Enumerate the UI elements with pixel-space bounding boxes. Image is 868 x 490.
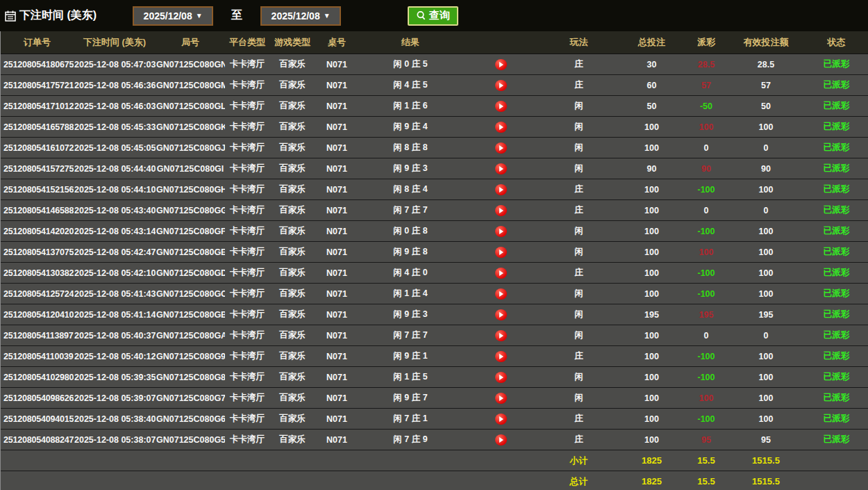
play-icon[interactable] (495, 330, 507, 341)
end-date-select[interactable]: 2025/12/08 ▼ (260, 6, 341, 26)
table-body: 2512080541806752025-12-08 05:47:03GN0712… (1, 54, 868, 450)
bet-time-cell: 2025-12-08 05:46:36 (74, 75, 156, 96)
subtotal-row: 小计 1825 15.5 1515.5 (1, 450, 868, 471)
game-type-cell: 百家乐 (269, 325, 315, 346)
play-icon[interactable] (495, 288, 507, 300)
play-icon[interactable] (495, 393, 507, 404)
header-replay (462, 31, 539, 54)
play-icon[interactable] (495, 205, 507, 216)
play-icon[interactable] (495, 163, 507, 174)
bet-time-cell: 2025-12-08 05:40:12 (74, 346, 156, 367)
replay-cell (462, 367, 539, 388)
valid-bet-cell: 57 (728, 75, 804, 96)
result-cell: 闲 9 庄 1 (358, 346, 462, 367)
replay-cell (462, 304, 539, 325)
table-no-cell: N071 (315, 367, 358, 388)
play-icon[interactable] (495, 101, 507, 112)
game-type-cell: 百家乐 (269, 242, 315, 263)
result-cell: 闲 7 庄 7 (358, 325, 462, 346)
table-no-cell: N071 (315, 200, 358, 221)
payout-cell: 90 (685, 158, 728, 179)
start-date-select[interactable]: 2025/12/08 ▼ (133, 6, 213, 26)
play-icon[interactable] (495, 414, 507, 425)
subtotal-payout: 15.5 (685, 450, 728, 471)
order-no-cell: 251208054161072 (1, 138, 74, 158)
bet-time-cell: 2025-12-08 05:39:35 (74, 367, 156, 388)
query-button[interactable]: 查询 (408, 6, 458, 26)
total-bet-cell: 100 (619, 409, 685, 430)
table-row: 2512080541710122025-12-08 05:46:03GN0712… (1, 96, 868, 117)
status-badge: 已派彩 (804, 200, 868, 221)
filter-bar: 下注时间 (美东) 2025/12/08 ▼ 至 2025/12/08 ▼ 查询 (0, 0, 868, 31)
order-no-cell: 251208054146588 (1, 200, 74, 221)
play-icon[interactable] (495, 122, 507, 133)
game-type-cell: 百家乐 (269, 367, 315, 388)
replay-cell (462, 430, 539, 450)
play-icon[interactable] (495, 434, 507, 446)
total-bet-cell: 100 (619, 388, 685, 409)
valid-bet-cell: 50 (728, 96, 804, 117)
round-no-cell: GN07125C080GL (156, 96, 225, 117)
play-icon[interactable] (495, 351, 507, 362)
play-icon[interactable] (495, 80, 507, 91)
play-icon[interactable] (495, 226, 507, 237)
bet-type-cell: 庄 (539, 263, 619, 284)
total-bet-cell: 100 (619, 325, 685, 346)
order-no-cell: 251208054088247 (1, 430, 74, 450)
header-total-bet: 总投注 (619, 31, 685, 54)
valid-bet-cell: 195 (728, 304, 804, 325)
valid-bet-cell: 100 (728, 346, 804, 367)
payout-cell: -100 (685, 179, 728, 200)
table-row: 2512080541521562025-12-08 05:44:10GN0712… (1, 179, 868, 200)
play-icon[interactable] (495, 59, 507, 70)
table-row: 2512080540882472025-12-08 05:38:07GN0712… (1, 430, 868, 450)
game-type-cell: 百家乐 (269, 138, 315, 158)
play-icon[interactable] (495, 142, 507, 154)
total-bet-cell: 50 (619, 96, 685, 117)
result-cell: 闲 4 庄 5 (358, 75, 462, 96)
result-cell: 闲 0 庄 5 (358, 54, 462, 75)
game-type-cell: 百家乐 (269, 117, 315, 138)
header-bet-time: 下注时间 (美东) (74, 31, 156, 54)
replay-cell (462, 242, 539, 263)
game-type-cell: 百家乐 (269, 54, 315, 75)
valid-bet-cell: 100 (728, 367, 804, 388)
round-no-cell: GN07125C080GC (156, 284, 225, 304)
bet-type-cell: 闲 (539, 242, 619, 263)
payout-cell: 0 (685, 200, 728, 221)
round-no-cell: GN07125C080GN (156, 54, 225, 75)
play-icon[interactable] (495, 184, 507, 195)
status-badge: 已派彩 (804, 96, 868, 117)
payout-cell: -100 (685, 346, 728, 367)
start-date-value: 2025/12/08 (144, 10, 192, 22)
play-icon[interactable] (495, 247, 507, 258)
order-no-cell: 251208054171012 (1, 96, 74, 117)
round-no-cell: GN07125C080GJ (156, 138, 225, 158)
valid-bet-cell: 100 (728, 242, 804, 263)
page-title: 下注时间 (美东) (5, 8, 97, 23)
payout-cell: -100 (685, 409, 728, 430)
table-no-cell: N071 (315, 409, 358, 430)
bet-time-cell: 2025-12-08 05:41:43 (74, 284, 156, 304)
round-no-cell: GN07125C080G9 (156, 346, 225, 367)
round-no-cell: GN07125C080GK (156, 117, 225, 138)
bet-time-cell: 2025-12-08 05:45:33 (74, 117, 156, 138)
status-badge: 已派彩 (804, 409, 868, 430)
header-payout: 派彩 (685, 31, 728, 54)
bet-time-cell: 2025-12-08 05:46:03 (74, 96, 156, 117)
total-bet-cell: 100 (619, 346, 685, 367)
bet-time-cell: 2025-12-08 05:43:14 (74, 221, 156, 242)
table-no-cell: N071 (315, 346, 358, 367)
replay-cell (462, 158, 539, 179)
valid-bet-cell: 100 (728, 409, 804, 430)
result-cell: 闲 4 庄 0 (358, 263, 462, 284)
game-type-cell: 百家乐 (269, 430, 315, 450)
round-no-cell: GN07125C080GI (156, 158, 225, 179)
table-row: 2512080541610722025-12-08 05:45:05GN0712… (1, 138, 868, 158)
play-icon[interactable] (495, 268, 507, 279)
play-icon[interactable] (495, 372, 507, 383)
bet-type-cell: 闲 (539, 96, 619, 117)
bet-time-cell: 2025-12-08 05:42:10 (74, 263, 156, 284)
bet-time-cell: 2025-12-08 05:38:40 (74, 409, 156, 430)
play-icon[interactable] (495, 309, 507, 320)
